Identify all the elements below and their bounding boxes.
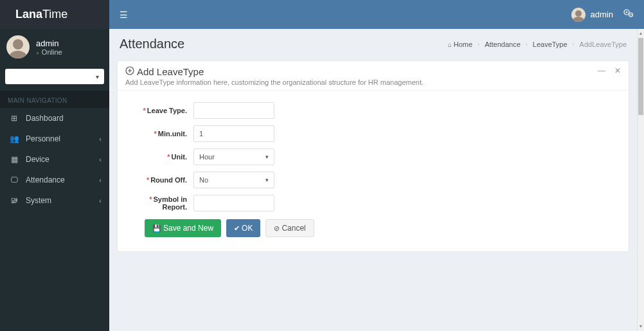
sidebar-status: ●Online (36, 48, 62, 56)
ok-button[interactable]: ✔OK (226, 219, 260, 237)
nav-header: MAIN NAVIGATION (0, 91, 109, 108)
input-min-unit[interactable] (193, 125, 274, 142)
panel-body: *Leave Type. *Min.unit. *Unit. Hour *Rou… (118, 91, 629, 251)
sidebar-select[interactable]: ▾ (5, 69, 104, 84)
personnel-icon: 👥 (8, 134, 21, 143)
topbar-right: admin (571, 8, 644, 22)
form-row-min-unit: *Min.unit. (129, 125, 617, 142)
sidebar-item-attendance[interactable]: 🖵 Attendance ‹ (0, 170, 109, 190)
settings-gears-icon[interactable] (623, 9, 634, 20)
chevron-left-icon: ‹ (99, 156, 102, 163)
breadcrumb-addleavetype: AddLeaveType (580, 40, 627, 48)
save-icon: 💾 (152, 224, 161, 233)
vertical-scrollbar[interactable]: ▴ ▾ (637, 29, 644, 331)
form-row-round-off: *Round Off. No (129, 172, 617, 188)
attendance-icon: 🖵 (8, 175, 21, 184)
save-and-new-button[interactable]: 💾Save and New (145, 219, 221, 237)
avatar-icon (6, 35, 30, 58)
button-row: 💾Save and New ✔OK ⊘Cancel (145, 219, 617, 237)
label-leave-type: *Leave Type. (129, 107, 193, 114)
nav-label: Dashboard (26, 114, 64, 123)
panel-add-leavetype: Add LeaveType Add LeaveType information … (117, 60, 629, 252)
breadcrumb-home[interactable]: ⌂Home (448, 40, 472, 48)
scroll-up-icon[interactable]: ▴ (638, 29, 644, 38)
label-unit: *Unit. (129, 153, 193, 161)
content: Attendance ⌂Home › Attendance › LeaveTyp… (109, 29, 637, 331)
content-header: Attendance ⌂Home › Attendance › LeaveTyp… (109, 29, 637, 57)
label-symbol: *Symbol in Report. (129, 195, 193, 211)
plus-circle-icon (125, 66, 134, 77)
panel-header: Add LeaveType Add LeaveType information … (118, 61, 629, 91)
panel-tools: — ✕ (598, 66, 621, 75)
sidebar: admin ●Online ▾ MAIN NAVIGATION ⊞ Dashbo… (0, 29, 109, 331)
form-row-unit: *Unit. Hour (129, 148, 617, 165)
user-menu[interactable]: admin (571, 8, 613, 22)
sidebar-select-wrap: ▾ (5, 69, 104, 84)
sidebar-username: admin (36, 39, 62, 48)
scroll-down-icon[interactable]: ▾ (638, 322, 644, 331)
form-row-leave-type: *Leave Type. (129, 102, 617, 119)
topbar: LanaTime ☰ admin (0, 0, 644, 29)
check-icon: ✔ (234, 224, 240, 233)
device-icon: ▦ (8, 155, 21, 164)
online-dot-icon: ● (36, 50, 39, 56)
brand-light: Time (42, 8, 67, 21)
page-title: Attendance (120, 37, 184, 51)
panel-subtitle: Add LeaveType information here, customiz… (125, 78, 598, 86)
breadcrumb-sep: › (573, 41, 575, 48)
breadcrumb-sep: › (478, 41, 479, 48)
nav-label: System (26, 196, 51, 205)
chevron-left-icon: ‹ (99, 135, 102, 143)
sidebar-item-device[interactable]: ▦ Device ‹ (0, 149, 109, 170)
breadcrumb-attendance[interactable]: Attendance (485, 40, 521, 48)
nav-label: Attendance (26, 175, 65, 184)
system-icon: 🖳 (8, 196, 21, 205)
select-round-off[interactable]: No (193, 172, 274, 188)
input-symbol[interactable] (193, 195, 274, 211)
sidebar-item-dashboard[interactable]: ⊞ Dashboard (0, 108, 109, 129)
cancel-icon: ⊘ (274, 224, 280, 233)
breadcrumb-sep: › (526, 41, 528, 48)
label-round-off: *Round Off. (129, 176, 193, 184)
form-row-symbol: *Symbol in Report. (129, 195, 617, 211)
select-unit[interactable]: Hour (193, 148, 274, 165)
panel-title: Add LeaveType (125, 66, 598, 77)
avatar-icon (571, 8, 586, 22)
nav-label: Personnel (26, 134, 60, 143)
cancel-button[interactable]: ⊘Cancel (265, 219, 314, 237)
minimize-icon[interactable]: — (598, 66, 605, 75)
chevron-left-icon: ‹ (99, 197, 102, 204)
sidebar-item-personnel[interactable]: 👥 Personnel ‹ (0, 129, 109, 149)
label-min-unit: *Min.unit. (129, 130, 193, 138)
user-panel: admin ●Online (0, 29, 109, 65)
svg-point-3 (631, 14, 632, 15)
sidebar-item-system[interactable]: 🖳 System ‹ (0, 190, 109, 211)
input-leave-type[interactable] (193, 102, 274, 119)
scroll-thumb[interactable] (638, 38, 643, 115)
brand-logo[interactable]: LanaTime (0, 0, 109, 29)
svg-point-1 (626, 12, 628, 13)
hamburger-icon[interactable]: ☰ (109, 10, 138, 20)
breadcrumb-leavetype[interactable]: LeaveType (533, 40, 568, 48)
close-icon[interactable]: ✕ (614, 66, 621, 75)
chevron-left-icon: ‹ (99, 176, 102, 184)
topbar-username: admin (591, 10, 613, 19)
nav-label: Device (26, 155, 49, 164)
breadcrumb: ⌂Home › Attendance › LeaveType › AddLeav… (448, 40, 627, 48)
home-icon: ⌂ (448, 41, 452, 48)
brand-strong: Lana (15, 8, 42, 21)
dashboard-icon: ⊞ (8, 114, 21, 123)
